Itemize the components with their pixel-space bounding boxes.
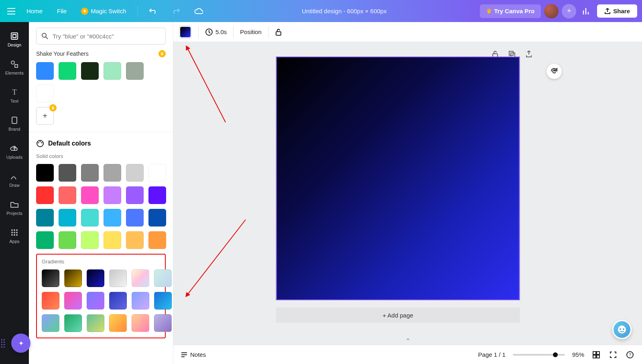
rail-brand[interactable]: Brand xyxy=(0,109,29,138)
left-rail: Design Elements TText Brand Uploads Draw… xyxy=(0,22,29,364)
notes-icon xyxy=(181,352,188,358)
gradient-swatch[interactable] xyxy=(132,314,149,332)
rail-draw[interactable]: Draw xyxy=(0,166,29,194)
solid-swatch[interactable] xyxy=(126,209,144,226)
solid-swatch[interactable] xyxy=(126,186,144,204)
notes-button[interactable]: Notes xyxy=(181,351,206,358)
default-colors-header: Default colors xyxy=(36,140,166,148)
canvas-page[interactable] xyxy=(276,57,520,300)
redo-button[interactable] xyxy=(166,6,185,17)
solid-swatch[interactable] xyxy=(59,164,76,182)
solid-swatch[interactable] xyxy=(148,209,166,226)
rail-elements[interactable]: Elements xyxy=(0,53,29,81)
solid-swatch[interactable] xyxy=(148,186,166,204)
lock-button[interactable] xyxy=(275,28,282,36)
color-search-input[interactable] xyxy=(53,33,160,40)
color-search[interactable] xyxy=(36,28,166,44)
solid-swatch[interactable] xyxy=(59,231,76,249)
page-indicator[interactable]: Page 1 / 1 xyxy=(478,351,506,358)
add-color-button[interactable]: + ♛ xyxy=(36,107,54,125)
zoom-thumb[interactable] xyxy=(553,352,558,357)
rail-apps[interactable]: Apps xyxy=(0,222,29,250)
solid-swatch[interactable] xyxy=(36,164,54,182)
rail-uploads[interactable]: Uploads xyxy=(0,138,29,166)
solid-swatch[interactable] xyxy=(104,186,121,204)
solid-swatch[interactable] xyxy=(104,209,121,226)
rail-text[interactable]: TText xyxy=(0,81,29,109)
gradient-swatch[interactable] xyxy=(87,314,104,332)
add-page-button[interactable]: + Add page xyxy=(276,307,520,323)
solid-swatch[interactable] xyxy=(81,209,99,226)
gradient-swatch[interactable] xyxy=(42,269,59,287)
gradient-swatch[interactable] xyxy=(64,269,82,287)
gradient-swatch[interactable] xyxy=(154,269,172,287)
position-button[interactable]: Position xyxy=(240,28,261,35)
palette-swatch[interactable] xyxy=(36,85,54,102)
zoom-value[interactable]: 95% xyxy=(572,351,584,358)
solid-swatch[interactable] xyxy=(126,231,144,249)
insights-button[interactable] xyxy=(579,4,594,18)
regenerate-button[interactable] xyxy=(547,64,562,79)
palette-swatch[interactable] xyxy=(104,62,121,80)
solid-swatch[interactable] xyxy=(126,164,144,182)
gradient-swatch[interactable] xyxy=(154,314,172,332)
duration-button[interactable]: 5.0s xyxy=(205,28,227,36)
share-button[interactable]: Share xyxy=(597,4,637,18)
cloud-sync-icon[interactable] xyxy=(189,6,209,17)
gradient-swatch[interactable] xyxy=(87,292,104,309)
rail-design[interactable]: Design xyxy=(0,25,29,53)
gradient-swatch[interactable] xyxy=(87,269,104,287)
gradient-swatch[interactable] xyxy=(132,292,149,309)
solid-swatch[interactable] xyxy=(36,209,54,226)
invite-button[interactable]: + xyxy=(562,4,576,18)
palette-swatch[interactable] xyxy=(59,62,76,80)
home-button[interactable]: Home xyxy=(21,5,48,17)
gradient-swatch[interactable] xyxy=(109,314,127,332)
solid-swatch[interactable] xyxy=(81,186,99,204)
try-pro-button[interactable]: ♛ Try Canva Pro xyxy=(480,4,541,18)
assistant-button[interactable] xyxy=(612,320,632,339)
gradient-swatch[interactable] xyxy=(64,314,82,332)
palette-swatch[interactable] xyxy=(36,62,54,80)
palette-swatch[interactable] xyxy=(81,62,99,80)
solid-swatch[interactable] xyxy=(104,231,121,249)
zoom-slider[interactable] xyxy=(513,354,565,356)
gradient-swatch[interactable] xyxy=(154,292,172,309)
background-color-button[interactable] xyxy=(179,26,192,38)
design-title[interactable]: Untitled design - 600px × 600px xyxy=(212,8,477,14)
undo-button[interactable] xyxy=(144,6,163,17)
gradient-swatch[interactable] xyxy=(109,292,127,309)
rail-projects[interactable]: Projects xyxy=(0,194,29,222)
fullscreen-icon[interactable] xyxy=(608,350,618,360)
solid-swatch[interactable] xyxy=(36,186,54,204)
solid-swatch[interactable] xyxy=(104,164,121,182)
gradient-swatch[interactable] xyxy=(42,292,59,309)
gradient-swatch[interactable] xyxy=(64,292,82,309)
lock-icon xyxy=(275,28,282,36)
solid-swatch[interactable] xyxy=(148,231,166,249)
design-icon xyxy=(10,31,19,41)
palette-name: Shake Your Feathers xyxy=(36,51,89,57)
gradient-swatch[interactable] xyxy=(132,269,149,287)
solid-swatch[interactable] xyxy=(36,231,54,249)
solid-colors-label: Solid colors xyxy=(36,153,166,159)
help-icon[interactable]: ? xyxy=(625,350,635,360)
grid-view-icon[interactable] xyxy=(591,350,601,360)
solid-swatch[interactable] xyxy=(59,186,76,204)
magic-switch-button[interactable]: ✦ Magic Switch xyxy=(75,5,132,17)
solid-swatch[interactable] xyxy=(59,209,76,226)
avatar[interactable] xyxy=(544,4,559,18)
solid-swatch[interactable] xyxy=(81,164,99,182)
drag-handle[interactable] xyxy=(0,335,5,351)
solid-swatch[interactable] xyxy=(148,164,166,182)
expand-timeline-icon[interactable]: ⌃ xyxy=(405,337,410,345)
magic-fab[interactable]: ✦ xyxy=(11,334,30,353)
svg-rect-0 xyxy=(11,33,18,39)
page-export-icon[interactable] xyxy=(524,49,534,59)
menu-icon[interactable] xyxy=(5,5,18,18)
palette-swatch[interactable] xyxy=(126,62,144,80)
solid-swatch[interactable] xyxy=(81,231,99,249)
file-button[interactable]: File xyxy=(51,5,72,17)
gradient-swatch[interactable] xyxy=(42,314,59,332)
gradient-swatch[interactable] xyxy=(109,269,127,287)
